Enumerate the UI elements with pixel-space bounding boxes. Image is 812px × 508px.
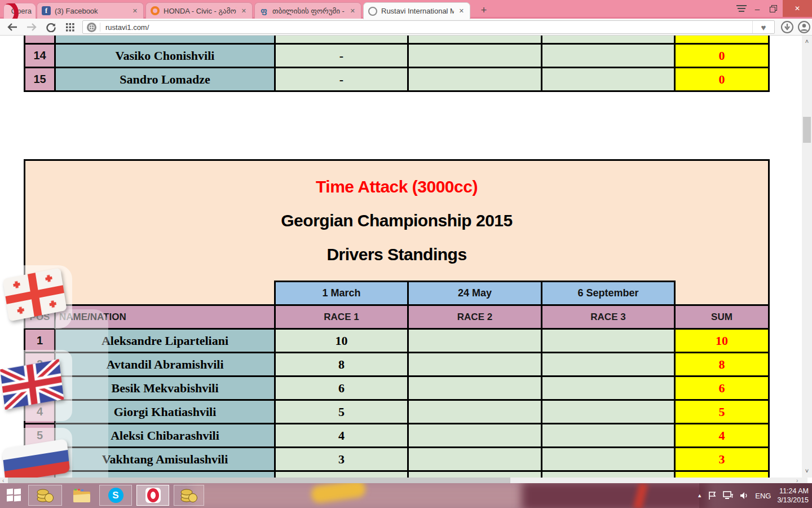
url-bar[interactable]: rustavi1.com/ ♥	[82, 20, 775, 34]
downloads-button[interactable]	[780, 20, 794, 34]
race-cell	[276, 36, 409, 43]
tray-expand-icon[interactable]: ▲	[697, 493, 702, 498]
network-icon[interactable]	[723, 491, 734, 500]
race-cell	[409, 67, 542, 90]
taskbar-app-coins-1[interactable]	[28, 485, 62, 506]
start-button[interactable]	[7, 489, 21, 502]
tab-title: Rustavi International Moto	[381, 7, 454, 15]
tab-menu-icon[interactable]	[736, 5, 747, 13]
taskbar-skype[interactable]: S	[99, 485, 132, 506]
race-cell: 6	[276, 375, 409, 399]
race-cell	[409, 43, 542, 67]
tab-close-icon[interactable]: ✕	[458, 6, 465, 16]
race-cell	[409, 375, 542, 399]
race-cell	[542, 328, 676, 352]
window-close-button[interactable]: ✕	[783, 0, 812, 17]
race-cell: -	[276, 67, 409, 90]
window-minimize-button[interactable]: –	[750, 0, 765, 17]
race-cell: 8	[276, 352, 409, 375]
volume-icon[interactable]	[740, 491, 749, 500]
race-cell	[409, 36, 542, 43]
back-button[interactable]	[6, 20, 19, 34]
language-indicator[interactable]: ENG	[755, 492, 771, 500]
myauto-favicon	[151, 6, 160, 15]
tab-close-icon[interactable]: ✕	[240, 6, 248, 16]
race-cell	[409, 399, 542, 423]
grid-icon	[66, 23, 74, 32]
bookmark-heart-icon[interactable]: ♥	[752, 21, 774, 33]
championship-title: Georgian Championship 2015	[281, 211, 512, 230]
race-cell	[409, 446, 542, 470]
coins-icon	[37, 488, 54, 503]
action-center-flag-icon[interactable]	[708, 491, 717, 500]
name-cell	[56, 36, 276, 43]
vertical-scrollbar[interactable]	[802, 36, 812, 478]
tab-close-icon[interactable]: ✕	[131, 6, 139, 16]
sum-cell: 0	[676, 67, 768, 90]
race-cell	[409, 423, 542, 446]
sum-cell	[676, 470, 768, 478]
taskbar-file-explorer[interactable]	[69, 485, 95, 506]
window-restore-button[interactable]	[766, 0, 780, 17]
vertical-scrollbar-thumb[interactable]	[803, 117, 811, 143]
scroll-down-icon[interactable]: ˅	[802, 467, 812, 474]
standings-subtitle: Drivers Standings	[326, 245, 466, 264]
sum-cell	[676, 36, 768, 43]
pos-cell: 1	[25, 328, 56, 352]
sum-cell: 8	[676, 352, 768, 375]
restore-icon	[770, 5, 777, 12]
sum-cell: 3	[676, 446, 768, 470]
screen: Opera f (3) Facebook ✕ HONDA - Civic - გ…	[0, 0, 812, 508]
new-tab-button[interactable]: +	[477, 3, 491, 17]
race-cell: 10	[276, 328, 409, 352]
taskbar-app-coins-2[interactable]	[174, 485, 204, 506]
race-cell	[542, 36, 676, 43]
speed-dial-button[interactable]	[63, 20, 77, 34]
forum-favicon: ფ	[259, 6, 268, 15]
previous-standings-table: 14 Vasiko Chonishvili - 0 15 Sandro Loma…	[24, 36, 770, 92]
url-input[interactable]: rustavi1.com/	[105, 23, 752, 32]
wallpaper-blur	[522, 483, 708, 508]
profile-button[interactable]	[797, 20, 811, 34]
pos-cell	[25, 36, 56, 43]
tab-rustavi-active[interactable]: Rustavi International Moto ✕	[363, 2, 470, 19]
horizontal-scrollbar-thumb[interactable]	[8, 478, 510, 483]
page-favicon	[368, 7, 377, 16]
tab-facebook[interactable]: f (3) Facebook ✕	[37, 2, 144, 19]
race-cell	[542, 399, 676, 423]
sum-cell: 0	[676, 43, 768, 67]
reload-button[interactable]	[44, 20, 58, 34]
site-badge-icon[interactable]	[87, 23, 96, 32]
taskbar-opera-active[interactable]	[136, 485, 169, 506]
opera-menu-button[interactable]: Opera	[3, 3, 36, 19]
opera-logo-icon	[3, 3, 19, 19]
race-cell	[276, 470, 409, 478]
race-date-cell: 24 May	[409, 281, 542, 304]
coins-icon	[180, 488, 197, 503]
forward-button[interactable]	[25, 20, 38, 34]
skype-icon: S	[108, 488, 123, 503]
page-content: 14 Vasiko Chonishvili - 0 15 Sandro Loma…	[0, 36, 802, 478]
race-cell: 5	[276, 399, 409, 423]
header-race2: RACE 2	[409, 304, 542, 328]
race-cell	[409, 470, 542, 478]
race-cell	[542, 423, 676, 446]
race-cell	[542, 446, 676, 470]
tab-title: HONDA - Civic - გამოშვ	[164, 7, 236, 15]
tab-close-icon[interactable]: ✕	[349, 6, 356, 16]
scroll-up-icon[interactable]: ˄	[802, 38, 812, 45]
race-cell	[542, 43, 676, 67]
race-date-cell: 1 March	[276, 281, 409, 304]
tab-forum[interactable]: ფ თბილისის ფორუმი - ✕	[254, 2, 361, 19]
opera-icon	[145, 488, 161, 503]
user-icon	[797, 20, 811, 34]
race-cell	[542, 67, 676, 90]
system-tray: ▲ ENG 11:24 AM 3/13/2015	[697, 483, 809, 508]
clock-time: 11:24 AM	[777, 487, 809, 496]
tab-honda[interactable]: HONDA - Civic - გამოშვ ✕	[145, 2, 253, 19]
folder-icon	[73, 488, 91, 503]
clock-date: 3/13/2015	[777, 496, 809, 505]
sum-cell: 6	[676, 375, 768, 399]
clock[interactable]: 11:24 AM 3/13/2015	[777, 487, 809, 505]
race-date-cell: 6 September	[542, 281, 676, 304]
